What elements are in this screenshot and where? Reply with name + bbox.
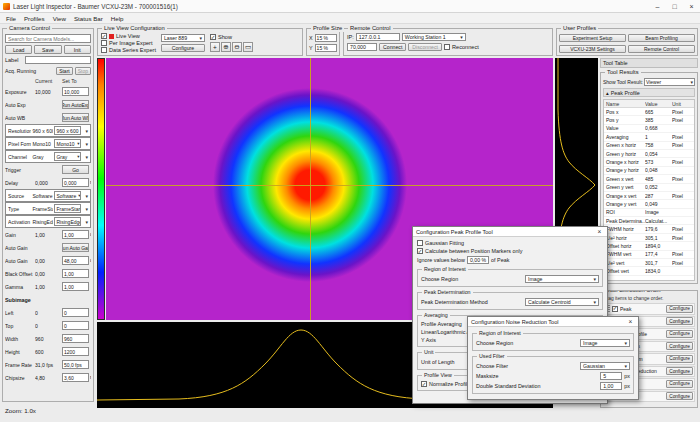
param-set-control[interactable]: 3,60 bbox=[62, 373, 89, 382]
param-set-control[interactable]: 0,000 bbox=[62, 178, 89, 187]
result-row[interactable]: Averaging 1 Pixel bbox=[604, 133, 694, 141]
ignore-below-input[interactable]: 0,00 % bbox=[467, 256, 489, 264]
param-set-control[interactable]: 1,00 bbox=[62, 269, 89, 278]
configure-button[interactable]: Configure bbox=[666, 367, 693, 375]
result-row[interactable]: Orange y horiz 0,048 bbox=[604, 167, 694, 175]
result-row[interactable]: Green x horiz 758 Pixel bbox=[604, 142, 694, 150]
zoom-fit-icon[interactable]: ▭ bbox=[243, 42, 253, 52]
close-icon[interactable]: × bbox=[626, 318, 635, 325]
show-checkbox[interactable] bbox=[210, 34, 216, 40]
crosshair-horizontal-line[interactable] bbox=[106, 185, 553, 186]
choose-filter-select[interactable]: Gaussian bbox=[580, 362, 630, 370]
tool-enabled-checkbox[interactable] bbox=[612, 306, 618, 312]
configure-button[interactable]: Configure bbox=[666, 330, 693, 338]
configure-button[interactable]: Configure bbox=[666, 305, 693, 313]
init-button[interactable]: Init bbox=[64, 45, 91, 54]
configure-button[interactable]: Configure bbox=[666, 380, 693, 388]
masksize-input[interactable]: 5 bbox=[600, 372, 622, 380]
result-row[interactable]: 1/e² vert 301,7 Pixel bbox=[604, 259, 694, 267]
result-row[interactable]: Pos x 665 Pixel bbox=[604, 108, 694, 116]
param-set-control[interactable]: FrameStart bbox=[54, 204, 81, 213]
profile-size-y-input[interactable]: 15 % bbox=[315, 44, 337, 52]
result-row[interactable]: Offset horiz 1894,0 bbox=[604, 242, 694, 250]
result-row[interactable]: Orange x horiz 573 Pixel bbox=[604, 158, 694, 166]
result-row[interactable]: Green y vert 0,052 bbox=[604, 184, 694, 192]
configure-button[interactable]: Configure bbox=[666, 392, 693, 400]
menu-item[interactable]: File bbox=[2, 15, 20, 22]
menu-item[interactable]: Status Bar bbox=[70, 15, 107, 22]
configure-live-view-button[interactable]: Configure bbox=[161, 44, 205, 52]
calc-between-markers-checkbox[interactable] bbox=[417, 248, 423, 254]
reconnect-checkbox[interactable] bbox=[444, 44, 450, 50]
param-set-control[interactable]: 1200 bbox=[62, 347, 89, 356]
param-set-control[interactable] bbox=[62, 295, 89, 304]
param-set-control[interactable]: Gray bbox=[54, 152, 81, 161]
result-row[interactable]: FWHM vert 177,4 Pixel bbox=[604, 251, 694, 259]
label-input[interactable] bbox=[25, 56, 91, 64]
configure-button[interactable]: Configure bbox=[666, 355, 693, 363]
live-view-checkbox[interactable] bbox=[101, 33, 107, 39]
experiment-setup-button[interactable]: Experiment Setup bbox=[559, 34, 626, 42]
noise-dialog-title-bar[interactable]: Configuration Noise Reduction Tool × bbox=[468, 317, 638, 327]
disconnect-button[interactable]: Disconnect bbox=[408, 43, 442, 51]
param-set-control[interactable]: 960 bbox=[62, 334, 89, 343]
param-set-control[interactable]: 0 bbox=[62, 321, 89, 330]
maximize-button[interactable]: □ bbox=[666, 0, 683, 13]
minimize-button[interactable]: – bbox=[649, 0, 666, 13]
save-button[interactable]: Save bbox=[34, 45, 61, 54]
result-row[interactable]: FWHM horiz 179,6 Pixel bbox=[604, 225, 694, 233]
param-set-control[interactable]: Run AutoExp bbox=[62, 100, 89, 109]
param-set-control[interactable]: 0 bbox=[62, 308, 89, 317]
result-row[interactable]: Green y horiz 0,054 bbox=[604, 150, 694, 158]
tool-execution-item[interactable]: Peak Configure bbox=[603, 303, 695, 315]
result-row[interactable]: Green x vert 485 Pixel bbox=[604, 175, 694, 183]
connect-button[interactable]: Connect bbox=[379, 43, 406, 51]
menu-item[interactable]: View bbox=[49, 15, 70, 22]
result-row[interactable]: Offset vert 1834,0 bbox=[604, 267, 694, 275]
param-set-control[interactable]: 48,00 bbox=[62, 256, 89, 265]
nr-choose-region-select[interactable]: Image bbox=[580, 339, 630, 347]
choose-region-select[interactable]: Image bbox=[525, 275, 599, 283]
peak-determination-select[interactable]: Calculate Centroid bbox=[525, 298, 599, 306]
param-set-control[interactable]: Go bbox=[62, 165, 89, 174]
param-set-control[interactable]: 960 x 600 bbox=[54, 126, 81, 135]
load-button[interactable]: Load bbox=[5, 45, 32, 54]
camera-search-input[interactable] bbox=[5, 34, 91, 43]
crosshair-icon[interactable]: + bbox=[210, 42, 220, 52]
result-row[interactable]: Orange y vert 0,049 bbox=[604, 200, 694, 208]
camera-settings-button[interactable]: VCXU-23M Settings bbox=[559, 45, 626, 53]
param-set-control[interactable]: 10,000 bbox=[62, 87, 89, 96]
result-row[interactable]: Orange x vert 287 Pixel bbox=[604, 192, 694, 200]
std-deviation-input[interactable]: 1,00 bbox=[600, 382, 622, 390]
close-button[interactable]: × bbox=[683, 0, 700, 13]
ip-input[interactable]: 127.0.0.1 bbox=[356, 33, 400, 41]
remote-control-button[interactable]: Remote Control bbox=[628, 45, 695, 53]
start-button[interactable]: Start bbox=[56, 67, 73, 75]
data-series-expert-checkbox[interactable] bbox=[101, 47, 107, 53]
result-row[interactable]: ROI Image bbox=[604, 209, 694, 217]
result-row[interactable]: Value 0,668 bbox=[604, 125, 694, 133]
param-set-control[interactable]: Software bbox=[54, 191, 81, 200]
param-set-control[interactable]: Run Auto Gain bbox=[62, 243, 89, 252]
gaussian-fitting-checkbox[interactable] bbox=[417, 240, 423, 246]
param-set-control[interactable]: 1,00 bbox=[62, 230, 89, 239]
laser-select[interactable]: Laser 889 bbox=[161, 34, 205, 42]
stop-button[interactable]: Stop bbox=[75, 67, 91, 75]
close-icon[interactable]: × bbox=[595, 228, 604, 235]
zoom-in-icon[interactable]: ⊕ bbox=[221, 42, 231, 52]
param-set-control[interactable]: 1,00 bbox=[62, 282, 89, 291]
peak-profile-section-header[interactable]: ▴ Peak Profile bbox=[603, 88, 695, 97]
show-tool-result-select[interactable]: Viewer bbox=[644, 78, 695, 86]
zoom-out-icon[interactable]: ⊖ bbox=[232, 42, 242, 52]
result-row[interactable]: 1/e² horiz 305,1 Pixel bbox=[604, 234, 694, 242]
port-input[interactable]: 70,000 bbox=[347, 43, 377, 51]
param-set-control[interactable]: 50,0 fps bbox=[62, 360, 89, 369]
result-row[interactable]: Peak Determina... Calculat... bbox=[604, 217, 694, 225]
collapse-icon[interactable]: ▴ bbox=[606, 90, 609, 96]
normalize-profile-checkbox[interactable] bbox=[421, 381, 427, 387]
menu-item[interactable]: Help bbox=[107, 15, 128, 22]
param-set-control[interactable]: Run Auto WB bbox=[62, 113, 89, 122]
param-set-control[interactable]: Mono10 bbox=[54, 139, 81, 148]
configure-button[interactable]: Configure bbox=[666, 317, 693, 325]
result-row[interactable]: Pos y 385 Pixel bbox=[604, 116, 694, 124]
